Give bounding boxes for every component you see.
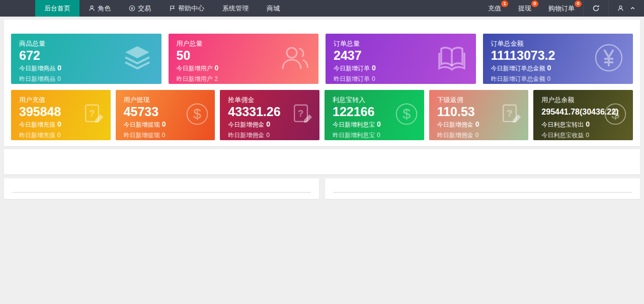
notification-badge: 0 [575, 1, 582, 7]
system-info-panel [4, 178, 319, 199]
stat-card-yesterday-line: 昨日新增提现0 [124, 130, 207, 140]
navbar-notifications: 充值 1 提现 0 购物订单 0 [479, 0, 583, 17]
main-menu: 后台首页 角色 交易 帮助中心 系统管理 商城 [35, 0, 289, 17]
nav-action-withdraw[interactable]: 提现 0 [510, 0, 540, 17]
svg-text:$: $ [611, 106, 619, 122]
customer-service-panel [4, 149, 640, 174]
svg-text:?: ? [507, 108, 512, 119]
dollar-circle-icon: $ [603, 102, 628, 129]
stat-card-users-total: 用户总量 50 今日新增用户0 昨日新增用户2 [169, 34, 319, 84]
user-icon [617, 5, 624, 12]
nav-item-label: 角色 [98, 4, 111, 13]
brand-logo [0, 0, 35, 17]
nav-action-label: 充值 [488, 4, 501, 13]
nav-item-mall[interactable]: 商城 [258, 0, 289, 17]
stat-card-yesterday-line: 今日利息宝收益0 [541, 130, 625, 140]
nav-action-label: 提现 [518, 4, 531, 13]
nav-item-roles[interactable]: 角色 [79, 0, 120, 17]
dollar-circle-icon: $ [185, 102, 210, 129]
stat-card-yesterday-line: 昨日新增利息宝0 [333, 130, 416, 140]
refresh-icon [592, 5, 600, 12]
bottom-panels [4, 178, 640, 199]
nav-item-label: 交易 [138, 4, 151, 13]
nav-item-label: 系统管理 [222, 4, 249, 13]
notification-badge: 0 [531, 1, 538, 7]
nav-item-trade[interactable]: 交易 [120, 0, 160, 17]
svg-text:$: $ [194, 106, 202, 122]
user-menu[interactable] [608, 0, 644, 17]
dollar-circle-icon: $ [394, 102, 419, 129]
nav-action-recharge[interactable]: 充值 1 [479, 0, 510, 17]
svg-text:?: ? [89, 108, 95, 119]
product-team-table [333, 192, 632, 193]
chevron-up-icon [629, 6, 635, 11]
nav-action-label: 购物订单 [548, 4, 575, 13]
notification-badge: 1 [501, 1, 508, 7]
nav-item-system[interactable]: 系统管理 [213, 0, 258, 17]
nav-item-help[interactable]: 帮助中心 [160, 0, 213, 17]
stat-card-user-withdraw: 用户提现 45733 今日新增提现0 昨日新增提现0 $ [116, 90, 215, 140]
trade-icon [129, 5, 135, 12]
nav-action-shop-orders[interactable]: 购物订单 0 [540, 0, 583, 17]
book-icon [436, 42, 468, 76]
person-icon [89, 5, 95, 12]
stats-row-1: 商品总量 672 今日新增商品0 昨日新增商品0 用户总量 50 今日新增用户0… [11, 34, 633, 84]
top-navbar: 后台首页 角色 交易 帮助中心 系统管理 商城 充值 1 提现 0 购物订单 0 [0, 0, 644, 17]
mall-stats-panel: 商品总量 672 今日新增商品0 昨日新增商品0 用户总量 50 今日新增用户0… [4, 20, 640, 146]
yen-circle-icon [593, 42, 625, 76]
stat-card-order-commission: 抢单佣金 43331.26 今日新增佣金0 昨日新增佣金0 ? [220, 90, 319, 140]
stat-card-orders-total: 订单总量 2437 今日新增订单0 昨日新增订单0 [326, 34, 476, 84]
nav-item-label: 商城 [267, 4, 280, 13]
nav-item-label: 后台首页 [44, 4, 70, 13]
doc-question-icon: ? [289, 102, 314, 129]
stat-card-goods-total: 商品总量 672 今日新增商品0 昨日新增商品0 [11, 34, 162, 84]
stat-card-sub-rebate: 下级返佣 110.53 今日新增佣金0 昨日新增佣金0 ? [429, 90, 529, 140]
doc-question-icon: ? [498, 102, 523, 129]
stat-card-user-recharge: 用户充值 395848 今日新增充值0 昨日新增充值0 ? [11, 90, 111, 140]
navbar-right: 充值 1 提现 0 购物订单 0 [479, 0, 644, 17]
nav-item-label: 帮助中心 [178, 4, 204, 13]
stat-card-yesterday-line: 昨日新增充值0 [19, 130, 103, 140]
svg-text:$: $ [403, 106, 411, 122]
refresh-button[interactable] [583, 0, 608, 17]
layers-icon [121, 42, 153, 76]
nav-item-home[interactable]: 后台首页 [35, 0, 79, 17]
stat-card-interest-in: 利息宝转入 122166 今日新增利息宝0 昨日新增利息宝0 $ [325, 90, 424, 140]
doc-question-icon: ? [80, 102, 106, 129]
stats-row-2: 用户充值 395848 今日新增充值0 昨日新增充值0 ? 用户提现 45733… [11, 90, 633, 140]
stat-card-user-balance: 用户总余额 295441.78(30436.22) 今日利息宝转出0 今日利息宝… [533, 90, 633, 140]
product-team-panel [325, 178, 640, 199]
svg-text:?: ? [298, 108, 303, 119]
system-info-table [12, 192, 311, 193]
stat-card-order-amount: 订单总金额 11113073.2 今日新增订单总金额0 昨日新增订单总金额0 [483, 34, 633, 84]
users-icon [278, 42, 310, 76]
flag-icon [169, 5, 176, 12]
stat-card-yesterday-line: 昨日新增佣金0 [228, 130, 311, 140]
stat-card-yesterday-line: 昨日新增佣金0 [437, 130, 521, 140]
